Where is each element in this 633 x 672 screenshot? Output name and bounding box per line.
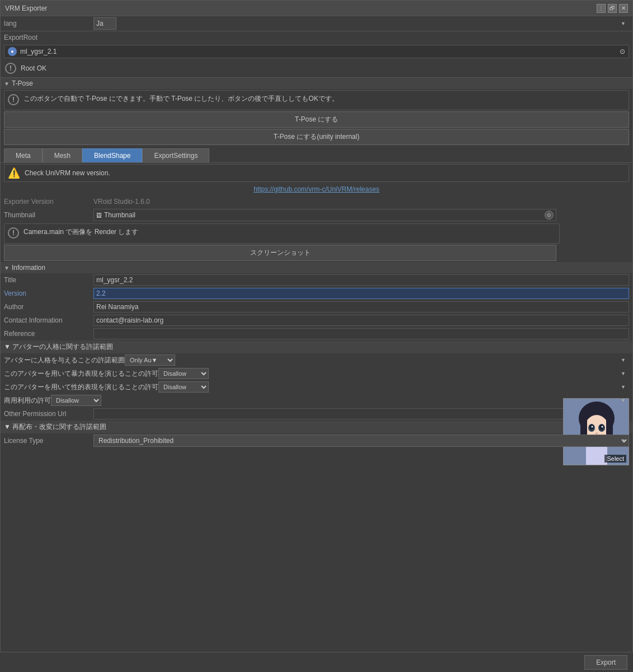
object-icon: ● bbox=[8, 47, 17, 56]
exporter-version-label: Exporter Version bbox=[4, 198, 93, 206]
tab-blendshape[interactable]: BlendShape bbox=[82, 148, 142, 162]
thumbnail-file-icon: 🖼 bbox=[96, 212, 102, 218]
title-bar: VRM Exporter ⋮ 🗗 ✕ bbox=[1, 1, 632, 16]
tab-mesh[interactable]: Mesh bbox=[43, 148, 82, 162]
tpose-btn2[interactable]: T-Pose にする(unity internal) bbox=[4, 129, 629, 145]
tab-exportsettings[interactable]: ExportSettings bbox=[142, 148, 209, 162]
permission-select-wrapper-2: Disallow Allow bbox=[158, 381, 629, 393]
tpose-section-label: T-Pose bbox=[12, 80, 33, 87]
export-root-row: ExportRoot bbox=[1, 31, 632, 44]
reference-label: Reference bbox=[4, 330, 93, 338]
restore-btn[interactable]: 🗗 bbox=[608, 4, 617, 13]
title-label: Title bbox=[4, 276, 93, 284]
warn-row: ⚠️ Check UniVRM new version. bbox=[4, 164, 629, 182]
tpose-triangle: ▼ bbox=[4, 81, 10, 87]
redistribution-section-header: ▼ 再配布・改変に関する許諾範囲 bbox=[1, 421, 632, 433]
warn-text: Check UniVRM new version. bbox=[25, 169, 110, 177]
license-type-label: License Type bbox=[4, 437, 93, 445]
camera-info-text: Camera.main で画像を Render します bbox=[24, 227, 138, 237]
thumbnail-container: Thumbnail 🖼 Thumbnail ⊙ ! Camera.main で画… bbox=[1, 208, 632, 261]
permission-row-2: このアバターを用いて性的表現を演じることの許可 Disallow Allow bbox=[1, 380, 632, 394]
permission-select-0[interactable]: Only Au▼ Everybody bbox=[125, 354, 175, 366]
tab-row: Meta Mesh BlendShape ExportSettings bbox=[1, 146, 632, 162]
menu-btn[interactable]: ⋮ bbox=[597, 4, 606, 13]
svg-point-9 bbox=[592, 426, 593, 428]
reference-input[interactable] bbox=[93, 328, 629, 339]
avatar-section-header: ▼ アバターの人格に関する許諾範囲 bbox=[1, 340, 632, 353]
author-field-row: Author bbox=[1, 300, 632, 314]
title-bar-controls: ⋮ 🗗 ✕ bbox=[597, 4, 628, 13]
contact-input[interactable] bbox=[93, 315, 629, 326]
export-button[interactable]: Export bbox=[584, 655, 627, 670]
permission-row-1: このアバターを用いて暴力表現を演じることの許可 Disallow Allow bbox=[1, 367, 632, 380]
vrm-exporter-window: VRM Exporter ⋮ 🗗 ✕ lang Ja En ExportRoot bbox=[0, 0, 633, 672]
redistribution-section-label: ▼ 再配布・改変に関する許諾範囲 bbox=[4, 422, 106, 432]
main-content: lang Ja En ExportRoot ● ml_ygsr_2.1 ⊙ ! … bbox=[1, 16, 632, 470]
permission-select-wrapper-0: Only Au▼ Everybody bbox=[125, 354, 629, 366]
contact-label: Contact Information bbox=[4, 316, 93, 324]
root-ok-icon: ! bbox=[5, 63, 16, 74]
root-ok-text: Root OK bbox=[21, 64, 46, 72]
permission-select-1[interactable]: Disallow Allow bbox=[158, 368, 209, 379]
tpose-info-row: ! このボタンで自動で T-Pose にできます。手動で T-Pose にしたり… bbox=[4, 90, 629, 110]
camera-info-row: ! Camera.main で画像を Render します bbox=[4, 223, 560, 244]
root-ok-row: ! Root OK bbox=[1, 59, 632, 77]
other-permission-input[interactable] bbox=[93, 408, 629, 419]
permission-label-1: このアバターを用いて暴力表現を演じることの許可 bbox=[4, 369, 158, 379]
thumbnail-label: Thumbnail bbox=[4, 211, 93, 219]
permission-select-3[interactable]: Disallow Allow bbox=[51, 395, 101, 406]
lang-label: lang bbox=[4, 20, 93, 27]
lang-select[interactable]: Ja En bbox=[93, 17, 116, 30]
object-row: ● ml_ygsr_2.1 ⊙ bbox=[4, 45, 629, 58]
permission-label-2: このアバターを用いて性的表現を演じることの許可 bbox=[4, 382, 158, 392]
thumbnail-circle-btn[interactable]: ⊙ bbox=[545, 211, 554, 220]
permission-label-3: 商用利用の許可 bbox=[4, 396, 51, 405]
license-type-row: License Type Redistribution_Prohibited C… bbox=[1, 433, 632, 448]
permission-select-2[interactable]: Disallow Allow bbox=[158, 381, 209, 393]
version-input[interactable] bbox=[93, 288, 629, 299]
object-settings-icon[interactable]: ⊙ bbox=[620, 48, 625, 55]
permission-select-wrapper-3: Disallow Allow bbox=[51, 395, 629, 406]
thumbnail-value: Thumbnail bbox=[104, 211, 135, 219]
object-name: ml_ygsr_2.1 bbox=[20, 48, 57, 55]
other-permission-label: Other Permission Url bbox=[4, 410, 93, 418]
information-section-header: ▼ Information bbox=[1, 262, 632, 273]
close-btn[interactable]: ✕ bbox=[619, 4, 628, 13]
title-input[interactable] bbox=[93, 274, 629, 286]
tpose-info-text: このボタンで自動で T-Pose にできます。手動で T-Pose にしたり、ボ… bbox=[24, 94, 339, 104]
permission-row-0: アバターに人格を与えることの許諾範囲 Only Au▼ Everybody bbox=[1, 353, 632, 367]
exporter-version-row: Exporter Version VRoid Studio-1.6.0 bbox=[1, 195, 632, 208]
license-type-select[interactable]: Redistribution_Prohibited CC0 CC_BY CC_B… bbox=[93, 435, 629, 447]
version-label: Version bbox=[4, 290, 93, 297]
author-label: Author bbox=[4, 303, 93, 311]
version-field-row: Version bbox=[1, 287, 632, 300]
author-input[interactable] bbox=[93, 301, 629, 312]
other-permission-row: Other Permission Url bbox=[1, 407, 632, 421]
title-bar-left: VRM Exporter bbox=[5, 4, 47, 12]
tpose-info-icon: ! bbox=[8, 94, 19, 105]
preview-container: Select bbox=[563, 398, 629, 465]
information-label: Information bbox=[12, 264, 45, 272]
exporter-version-value: VRoid Studio-1.6.0 bbox=[93, 198, 150, 206]
title-bar-title: VRM Exporter bbox=[5, 4, 47, 12]
screenshot-btn[interactable]: スクリーンショット bbox=[4, 245, 556, 261]
link-row: https://github.com/vrm-c/UniVRM/releases bbox=[1, 183, 632, 195]
export-root-label: ExportRoot bbox=[4, 34, 37, 41]
avatar-section-label: ▼ アバターの人格に関する許諾範囲 bbox=[4, 342, 113, 352]
info-triangle: ▼ bbox=[4, 265, 10, 271]
lang-select-wrapper: Ja En bbox=[93, 17, 629, 30]
thumbnail-row: Thumbnail 🖼 Thumbnail ⊙ bbox=[1, 208, 632, 222]
reference-field-row: Reference bbox=[1, 327, 632, 340]
svg-point-10 bbox=[602, 426, 603, 428]
preview-select-label: Select bbox=[604, 455, 626, 463]
camera-info-icon: ! bbox=[8, 227, 19, 239]
tpose-btn1[interactable]: T-Pose にする bbox=[4, 111, 629, 128]
contact-field-row: Contact Information bbox=[1, 314, 632, 327]
tab-meta[interactable]: Meta bbox=[4, 148, 43, 162]
univrm-link[interactable]: https://github.com/vrm-c/UniVRM/releases bbox=[254, 185, 379, 193]
permission-label-0: アバターに人格を与えることの許諾範囲 bbox=[4, 356, 125, 365]
permission-row-3: 商用利用の許可 Disallow Allow bbox=[1, 394, 632, 407]
permission-select-wrapper-1: Disallow Allow bbox=[158, 368, 629, 379]
lang-row: lang Ja En bbox=[1, 16, 632, 31]
footer: Export bbox=[0, 652, 633, 672]
